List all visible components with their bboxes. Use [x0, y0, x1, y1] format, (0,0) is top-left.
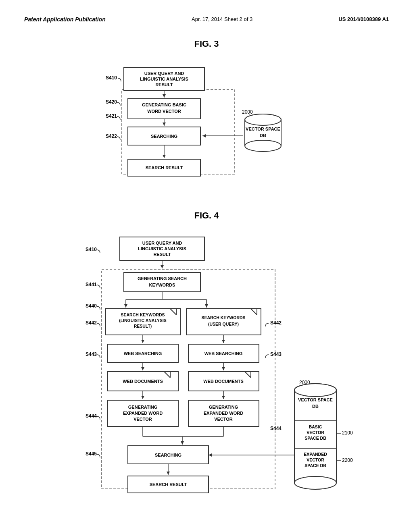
svg-text:SEARCH KEYWORDS: SEARCH KEYWORDS [121, 312, 165, 317]
s410-label: S410 [106, 75, 117, 81]
svg-text:DB: DB [260, 133, 266, 138]
svg-text:EXPANDED WORD: EXPANDED WORD [204, 411, 243, 416]
svg-text:S443: S443 [270, 351, 282, 357]
svg-marker-18 [202, 134, 206, 137]
svg-text:USER QUERY AND: USER QUERY AND [142, 241, 182, 245]
svg-marker-48 [205, 304, 208, 308]
header-center: Apr. 17, 2014 Sheet 2 of 3 [192, 16, 252, 22]
svg-text:USER QUERY AND: USER QUERY AND [144, 71, 184, 76]
svg-text:WORD VECTOR: WORD VECTOR [147, 109, 181, 114]
fig4-section: FIG. 4 S410 USER QUERY AND LINGUISTIC AN… [24, 210, 389, 523]
fig3-title: FIG. 3 [24, 39, 389, 49]
svg-point-27 [245, 114, 281, 125]
svg-point-113 [294, 384, 336, 397]
svg-text:GENERATING: GENERATING [209, 405, 238, 409]
svg-text:S445: S445 [86, 451, 97, 457]
svg-text:VECTOR: VECTOR [307, 430, 324, 435]
svg-text:(USER QUERY): (USER QUERY) [208, 322, 239, 326]
svg-text:2200: 2200 [342, 457, 353, 463]
page: Patent Application Publication Apr. 17, … [0, 0, 413, 532]
svg-text:VECTOR SPACE: VECTOR SPACE [246, 127, 280, 131]
svg-point-112 [294, 476, 336, 489]
svg-marker-83 [222, 396, 225, 399]
svg-text:RESULT): RESULT) [134, 324, 152, 328]
fig3-section: FIG. 3 S410 USER QUERY AND LINGUISTIC AN… [24, 39, 389, 194]
svg-text:EXPANDED WORD: EXPANDED WORD [123, 411, 163, 416]
svg-text:SEARCH KEYWORDS: SEARCH KEYWORDS [201, 315, 245, 320]
svg-text:SEARCHING: SEARCHING [151, 134, 177, 139]
svg-text:(LINGUISTIC ANALYSIS: (LINGUISTIC ANALYSIS [119, 318, 167, 323]
svg-marker-81 [141, 396, 144, 399]
svg-text:2000: 2000 [242, 109, 253, 115]
svg-text:WEB DOCUMENTS: WEB DOCUMENTS [123, 379, 163, 384]
svg-marker-108 [209, 453, 212, 457]
svg-text:WEB DOCUMENTS: WEB DOCUMENTS [203, 379, 244, 384]
svg-text:SPACE DB: SPACE DB [305, 436, 326, 441]
svg-text:VECTOR: VECTOR [133, 417, 152, 422]
svg-text:SPACE DB: SPACE DB [305, 463, 326, 468]
svg-marker-73 [222, 367, 225, 370]
svg-marker-99 [181, 441, 184, 445]
svg-marker-63 [222, 340, 225, 343]
svg-text:S422: S422 [106, 133, 117, 139]
svg-text:GENERATING BASIC: GENERATING BASIC [142, 102, 186, 107]
svg-marker-104 [167, 472, 170, 475]
svg-marker-36 [161, 265, 164, 268]
svg-text:S421: S421 [106, 113, 117, 119]
svg-text:RESULT: RESULT [153, 252, 171, 257]
fig4-title: FIG. 4 [24, 210, 389, 221]
svg-text:GENERATING SEARCH: GENERATING SEARCH [138, 276, 187, 281]
svg-text:LINGUISTIC ANALYSIS: LINGUISTIC ANALYSIS [138, 246, 186, 251]
svg-text:S442: S442 [270, 320, 282, 326]
fig3-diagram: S410 USER QUERY AND LINGUISTIC ANALYSIS … [65, 57, 348, 194]
svg-text:S442: S442 [86, 320, 97, 326]
svg-text:S410: S410 [86, 247, 97, 252]
header-left: Patent Application Publication [24, 16, 106, 23]
svg-text:DB: DB [312, 404, 319, 409]
svg-text:WEB SEARCHING: WEB SEARCHING [124, 351, 162, 356]
svg-text:VECTOR: VECTOR [307, 457, 324, 462]
svg-marker-6 [163, 94, 166, 98]
svg-text:LINGUISTIC ANALYSIS: LINGUISTIC ANALYSIS [140, 77, 188, 81]
page-header: Patent Application Publication Apr. 17, … [24, 16, 389, 23]
svg-text:VECTOR: VECTOR [214, 417, 233, 422]
svg-marker-46 [124, 304, 127, 308]
svg-text:S440: S440 [86, 303, 97, 309]
svg-marker-61 [141, 340, 144, 343]
header-right: US 2014/0108389 A1 [338, 16, 389, 22]
svg-marker-20 [163, 155, 166, 158]
svg-text:S443: S443 [86, 351, 97, 357]
svg-text:SEARCHING: SEARCHING [155, 453, 181, 457]
svg-point-26 [245, 140, 281, 152]
svg-text:WEB SEARCHING: WEB SEARCHING [204, 351, 243, 356]
fig4-diagram: S410 USER QUERY AND LINGUISTIC ANALYSIS … [49, 229, 364, 523]
svg-text:SEARCH RESULT: SEARCH RESULT [146, 165, 183, 170]
svg-text:S444: S444 [86, 413, 97, 419]
svg-rect-39 [124, 272, 200, 292]
svg-text:S441: S441 [86, 282, 97, 287]
svg-marker-13 [163, 123, 166, 126]
svg-text:2100: 2100 [342, 430, 353, 436]
svg-text:BASIC: BASIC [309, 424, 322, 429]
svg-text:GENERATING: GENERATING [128, 405, 158, 409]
svg-text:S444: S444 [270, 426, 282, 431]
svg-text:EXPANDED: EXPANDED [304, 452, 327, 457]
svg-text:KEYWORDS: KEYWORDS [149, 283, 175, 287]
svg-text:SEARCH RESULT: SEARCH RESULT [150, 482, 187, 487]
svg-text:RESULT: RESULT [155, 82, 173, 87]
svg-marker-71 [141, 367, 144, 370]
svg-text:VECTOR SPACE: VECTOR SPACE [298, 397, 333, 402]
svg-text:S420: S420 [106, 99, 117, 105]
